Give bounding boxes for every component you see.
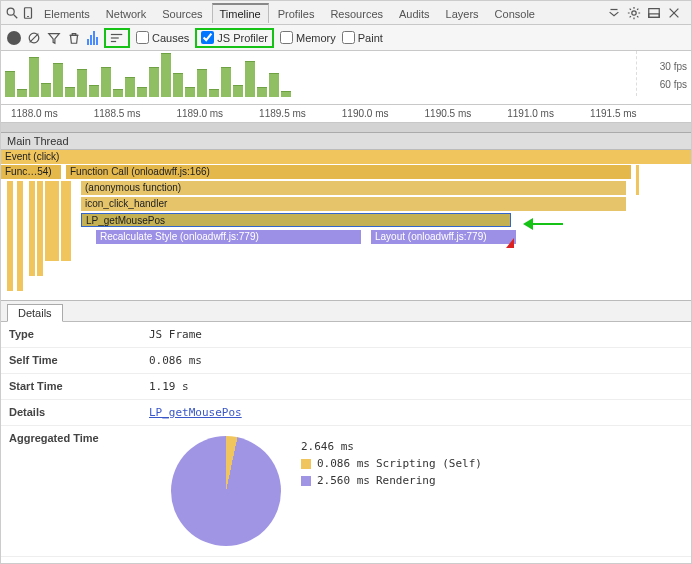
trash-icon[interactable] bbox=[67, 31, 81, 45]
tab-profiles[interactable]: Profiles bbox=[271, 3, 322, 23]
detail-starttime-value: 1.19 s bbox=[141, 374, 691, 400]
tab-audits[interactable]: Audits bbox=[392, 3, 437, 23]
search-icon[interactable] bbox=[5, 6, 19, 20]
flame-func-trunc[interactable]: Func…54) bbox=[1, 165, 61, 179]
clear-icon[interactable] bbox=[27, 31, 41, 45]
dock-icon[interactable] bbox=[647, 6, 661, 20]
swatch-rendering bbox=[301, 476, 311, 486]
close-icon[interactable] bbox=[667, 6, 681, 20]
gear-icon[interactable] bbox=[627, 6, 641, 20]
pie-total: 2.646 ms bbox=[301, 440, 354, 453]
record-button[interactable] bbox=[7, 31, 21, 45]
detail-starttime-label: Start Time bbox=[1, 374, 141, 400]
forced-layout-warning-icon bbox=[506, 228, 514, 248]
tab-layers[interactable]: Layers bbox=[439, 3, 486, 23]
overview-scrubber[interactable] bbox=[1, 123, 691, 133]
memory-checkbox[interactable]: Memory bbox=[280, 31, 336, 44]
legend-scripting-value: 0.086 ms bbox=[317, 457, 370, 470]
causes-checkbox[interactable]: Causes bbox=[136, 31, 189, 44]
view-bars-icon[interactable] bbox=[87, 31, 98, 45]
detail-agg-label: Aggregated Time bbox=[1, 426, 141, 557]
aggregated-time-pie bbox=[171, 436, 281, 546]
svg-rect-6 bbox=[649, 8, 660, 17]
device-icon[interactable] bbox=[21, 6, 35, 20]
legend-rendering-name: Rendering bbox=[376, 474, 436, 487]
tab-elements[interactable]: Elements bbox=[37, 3, 97, 23]
detail-details-link[interactable]: LP_getMousePos bbox=[141, 400, 691, 426]
tab-timeline[interactable]: Timeline bbox=[212, 3, 269, 23]
details-tab[interactable]: Details bbox=[7, 304, 63, 322]
svg-line-1 bbox=[14, 14, 18, 18]
flame-chart[interactable]: Event (click) Func…54) Function Call (on… bbox=[1, 150, 691, 300]
drawer-icon[interactable] bbox=[607, 6, 621, 20]
flame-event-click[interactable]: Event (click) bbox=[1, 150, 691, 164]
filter-icon[interactable] bbox=[47, 31, 61, 45]
thread-header: Main Thread bbox=[1, 133, 691, 150]
detail-type-label: Type bbox=[1, 322, 141, 348]
flame-getmousepos[interactable]: LP_getMousePos bbox=[81, 213, 511, 227]
paint-checkbox[interactable]: Paint bbox=[342, 31, 383, 44]
flame-layout[interactable]: Layout (onloadwff.js:779) bbox=[371, 230, 516, 244]
svg-point-0 bbox=[7, 8, 14, 15]
flame-recalc-style[interactable]: Recalculate Style (onloadwff.js:779) bbox=[96, 230, 361, 244]
fps30-label: 30 fps bbox=[660, 61, 687, 72]
svg-rect-7 bbox=[649, 13, 660, 17]
svg-marker-12 bbox=[49, 33, 60, 43]
legend-rendering-value: 2.560 ms bbox=[317, 474, 370, 487]
tab-resources[interactable]: Resources bbox=[323, 3, 390, 23]
js-profiler-checkbox[interactable]: JS Profiler bbox=[201, 31, 268, 44]
flame-anon[interactable]: (anonymous function) bbox=[81, 181, 626, 195]
time-axis: 1188.0 ms1188.5 ms1189.0 ms1189.5 ms1190… bbox=[1, 105, 691, 123]
overview-chart[interactable]: 30 fps 60 fps bbox=[1, 51, 691, 105]
flame-handler[interactable]: icon_click_handler bbox=[81, 197, 626, 211]
detail-details-label: Details bbox=[1, 400, 141, 426]
tab-console[interactable]: Console bbox=[488, 3, 542, 23]
detail-selftime-label: Self Time bbox=[1, 348, 141, 374]
annotation-arrow-icon bbox=[523, 218, 533, 230]
svg-point-5 bbox=[632, 10, 636, 14]
tab-sources[interactable]: Sources bbox=[155, 3, 209, 23]
fps60-label: 60 fps bbox=[660, 79, 687, 90]
swatch-scripting bbox=[301, 459, 311, 469]
flame-function-call[interactable]: Function Call (onloadwff.js:166) bbox=[66, 165, 631, 179]
detail-selftime-value: 0.086 ms bbox=[141, 348, 691, 374]
tab-network[interactable]: Network bbox=[99, 3, 153, 23]
flame-chart-mode[interactable] bbox=[104, 28, 130, 48]
legend-scripting-name: Scripting (Self) bbox=[376, 457, 482, 470]
detail-type-value: JS Frame bbox=[141, 322, 691, 348]
